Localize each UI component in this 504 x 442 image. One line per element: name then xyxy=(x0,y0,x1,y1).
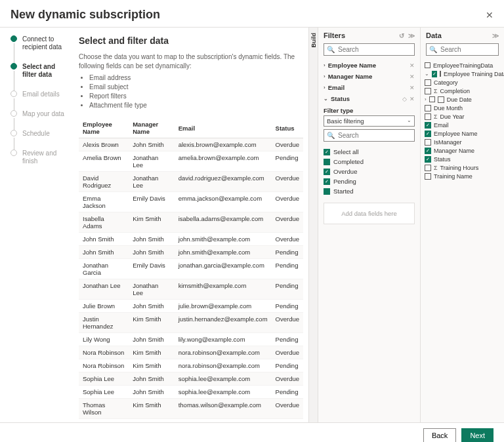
table-row[interactable]: Justin HernandezKim Smithjustin.hernande… xyxy=(79,313,303,333)
table-row[interactable]: Jonathan GarciaEmily Davisjonathan.garci… xyxy=(79,259,303,279)
step-dot-icon xyxy=(10,35,17,42)
table-row[interactable]: Sophia LeeJohn Smithsophia.lee@example.c… xyxy=(79,386,303,399)
table-row[interactable]: Lily WongJohn Smithlily.wong@example.com… xyxy=(79,333,303,346)
checkbox-icon xyxy=(425,148,431,154)
filters-collapse-icon[interactable]: ≫ xyxy=(408,32,415,39)
table-row[interactable]: David RodriguezJonathan Leedavid.rodrigu… xyxy=(79,172,303,192)
table-row[interactable]: John SmithJohn Smithjohn.smith@example.c… xyxy=(79,246,303,259)
close-icon[interactable]: ✕ xyxy=(486,10,494,20)
table-row[interactable]: Nora RobinsonKim Smithnora.robinson@exam… xyxy=(79,359,303,372)
table-row[interactable]: Nora RobinsonKim Smithnora.robinson@exam… xyxy=(79,346,303,359)
checkbox-icon xyxy=(425,139,431,146)
step-item[interactable]: Review and finish xyxy=(10,150,71,177)
sum-icon: Σ xyxy=(434,113,438,120)
table-row[interactable]: John SmithJohn Smithjohn.smith@example.c… xyxy=(79,233,303,246)
tree-field[interactable]: ΣCompletion xyxy=(425,87,500,95)
tree-dataset[interactable]: EmployeeTrainingData xyxy=(425,61,500,70)
tree-field[interactable]: Due Month xyxy=(425,104,500,112)
tree-field[interactable]: IsManager xyxy=(425,138,500,146)
filter-option[interactable]: Select all xyxy=(324,147,415,157)
checkbox-icon xyxy=(324,188,330,195)
status-search-input[interactable] xyxy=(337,131,423,140)
step-item[interactable]: Map your data xyxy=(10,110,71,130)
next-button[interactable]: Next xyxy=(461,428,494,442)
stepper: Connect to recipient dataSelect and filt… xyxy=(0,28,71,422)
search-icon: 🔍 xyxy=(327,46,335,53)
filter-option[interactable]: Started xyxy=(324,186,415,196)
column-header[interactable]: Email xyxy=(175,118,272,138)
tree-field[interactable]: ΣTraining Hours xyxy=(425,163,500,172)
tree-field[interactable]: ΣDue Year xyxy=(425,112,500,121)
table-row[interactable]: Emma JacksonEmily Davisemma.jackson@exam… xyxy=(79,192,303,212)
data-title: Data xyxy=(426,31,442,39)
filter-field[interactable]: ⌄Status◇✕ xyxy=(318,93,420,104)
table-row[interactable]: Amelia BrownJonathan Leeamelia.brown@exa… xyxy=(79,151,303,172)
data-table: Employee NameManager NameEmailStatus Ale… xyxy=(79,118,303,422)
tree-field[interactable]: Category xyxy=(425,78,500,87)
data-search-input[interactable] xyxy=(439,45,504,54)
checkbox-icon xyxy=(432,71,437,77)
checkbox-icon xyxy=(324,159,330,165)
tree-field[interactable]: Status xyxy=(425,155,500,163)
step-item[interactable]: Select and filter data xyxy=(10,63,71,90)
section-description: Choose the data you want to map to the s… xyxy=(79,52,302,110)
checkbox-icon xyxy=(425,165,431,171)
tree-field[interactable]: ›Due Date xyxy=(425,95,500,104)
filters-search-input[interactable] xyxy=(337,45,423,54)
filter-type-select[interactable]: Basic filtering ⌄ xyxy=(324,115,415,127)
tree-field[interactable]: Employee Name xyxy=(425,129,500,138)
filters-clear-icon[interactable]: ↺ xyxy=(399,32,404,39)
remove-icon[interactable]: ✕ xyxy=(410,96,415,102)
step-dot-icon xyxy=(10,130,17,136)
search-icon: 🔍 xyxy=(327,132,335,139)
dataset-icon xyxy=(425,62,430,68)
filter-field[interactable]: ›Employee Name✕ xyxy=(318,60,420,71)
checkbox-icon xyxy=(425,88,431,94)
step-dot-icon xyxy=(10,110,17,117)
remove-icon[interactable]: ✕ xyxy=(410,62,415,69)
back-button[interactable]: Back xyxy=(423,428,456,442)
chevron-down-icon: ⌄ xyxy=(407,117,411,125)
build-tab[interactable]: Build xyxy=(308,28,318,422)
table-row[interactable]: Jonathan LeeJonathan Leekimsmith@example… xyxy=(79,279,303,300)
step-item[interactable]: Connect to recipient data xyxy=(10,35,71,63)
filter-field[interactable]: ›Manager Name✕ xyxy=(318,71,420,82)
add-fields-dropzone[interactable]: Add data fields here xyxy=(324,203,415,224)
checkbox-icon xyxy=(425,105,431,111)
filter-option[interactable]: Pending xyxy=(324,176,415,186)
checkbox-icon xyxy=(425,122,431,129)
filter-option[interactable]: Overdue xyxy=(324,167,415,176)
step-dot-icon xyxy=(10,90,17,97)
chevron-icon: › xyxy=(324,85,326,90)
chevron-icon: › xyxy=(324,62,326,68)
tree-field[interactable]: Manager Name xyxy=(425,146,500,155)
sum-icon: Σ xyxy=(434,88,438,94)
table-row[interactable]: Thomas WilsonKim Smiththomas.wilson@exam… xyxy=(79,399,303,419)
tree-field[interactable]: Training Name xyxy=(425,172,500,180)
remove-icon[interactable]: ✕ xyxy=(410,85,415,91)
table-row[interactable]: Julie BrownJohn Smithjulie.brown@example… xyxy=(79,300,303,313)
chevron-icon: ⌄ xyxy=(324,96,328,102)
tree-table[interactable]: ⌄Employee Training Data xyxy=(425,70,500,78)
table-row[interactable]: Sophia LeeJohn Smithsophia.lee@example.c… xyxy=(79,372,303,386)
filters-search[interactable]: 🔍 xyxy=(324,43,415,56)
erase-icon[interactable]: ◇ xyxy=(402,96,407,102)
filter-option[interactable]: Completed xyxy=(324,157,415,167)
status-search[interactable]: 🔍 xyxy=(324,129,415,142)
table-row[interactable]: Isabella AdamsKim Smithisabella.adams@ex… xyxy=(79,212,303,233)
column-header[interactable]: Employee Name xyxy=(79,118,129,138)
step-item[interactable]: Schedule xyxy=(10,130,71,150)
column-header[interactable]: Manager Name xyxy=(129,118,174,138)
data-search[interactable]: 🔍 xyxy=(426,43,499,56)
filter-field[interactable]: ›Email✕ xyxy=(318,82,420,93)
step-dot-icon xyxy=(10,63,17,70)
data-collapse-icon[interactable]: ≫ xyxy=(492,32,499,39)
step-item[interactable]: Email details xyxy=(10,90,71,110)
tree-field[interactable]: Email xyxy=(425,121,500,129)
search-icon: 🔍 xyxy=(429,46,437,53)
column-header[interactable]: Status xyxy=(272,118,303,138)
checkbox-icon xyxy=(425,113,431,120)
checkbox-icon xyxy=(425,131,431,137)
remove-icon[interactable]: ✕ xyxy=(410,73,415,80)
table-row[interactable]: Alexis BrownJohn Smithalexis.brown@examp… xyxy=(79,138,303,151)
